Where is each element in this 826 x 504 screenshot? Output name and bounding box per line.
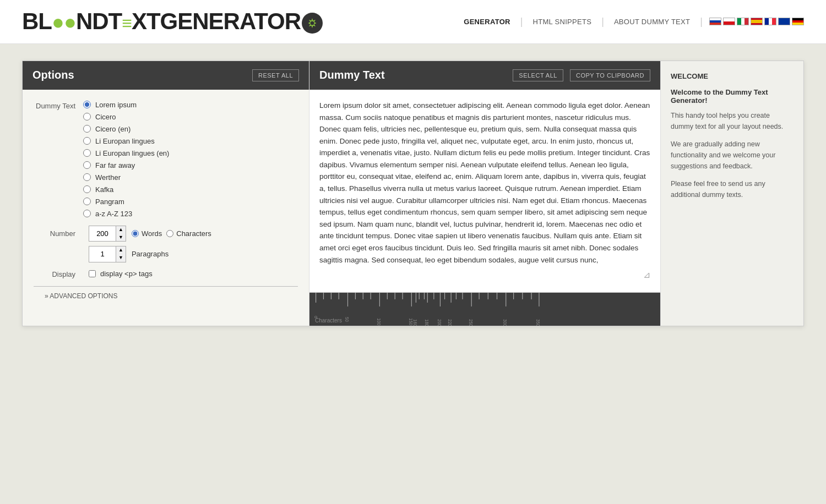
radio-li-europan-input[interactable]: [83, 137, 91, 145]
radio-cicero[interactable]: Cicero: [83, 113, 169, 121]
display-p-tags-label: display <p> tags: [100, 270, 153, 278]
radio-werther-input[interactable]: [83, 173, 91, 181]
logo-bars: ≡: [122, 13, 132, 33]
radio-pangram-label: Pangram: [95, 198, 124, 206]
dummy-text-content[interactable]: Lorem ipsum dolor sit amet, consectetuer…: [309, 90, 660, 293]
flag-czech[interactable]: [723, 18, 735, 25]
radio-words-input[interactable]: [132, 230, 139, 237]
radio-far-far-away[interactable]: Far far away: [83, 161, 169, 169]
radio-li-europan-en[interactable]: Li Europan lingues (en): [83, 149, 169, 157]
dummy-text-label: Dummy Text: [34, 101, 83, 110]
paragraphs-input-wrap: ▲ ▼: [89, 246, 126, 262]
radio-words[interactable]: Words: [132, 229, 162, 238]
words-label: Words: [142, 229, 162, 238]
options-title: Options: [32, 69, 74, 81]
welcome-section-title: WELCOME: [671, 72, 794, 80]
svg-text:250: 250: [468, 319, 474, 326]
ruler-svg: o 50 100 150 160 180 200 220 250 300 350: [309, 293, 660, 326]
radio-li-europan-en-input[interactable]: [83, 149, 91, 157]
display-p-tags-checkbox[interactable]: [89, 270, 96, 277]
nav-html-snippets[interactable]: HTML SNIPPETS: [523, 18, 601, 26]
flag-spanish[interactable]: [751, 18, 763, 25]
reset-all-button[interactable]: RESET ALL: [252, 69, 299, 81]
dummy-text-panel: Dummy Text SELECT ALL COPY TO CLIPBOARD …: [309, 61, 660, 326]
nav-divider-3: |: [700, 16, 703, 28]
radio-characters[interactable]: Characters: [166, 229, 211, 238]
dummy-text-paragraph: Lorem ipsum dolor sit amet, consectetuer…: [319, 100, 650, 266]
display-p-tags[interactable]: display <p> tags: [89, 270, 153, 278]
svg-text:50: 50: [344, 317, 350, 322]
radio-az-123-label: a-z A-Z 123: [95, 210, 132, 218]
number-label: Number: [34, 229, 83, 238]
paragraphs-decrement[interactable]: ▼: [116, 254, 126, 262]
radio-kafka[interactable]: Kafka: [83, 185, 169, 194]
radio-pangram-input[interactable]: [83, 198, 91, 205]
radio-pangram[interactable]: Pangram: [83, 198, 169, 206]
logo-xt: XTGENERATOR: [132, 8, 301, 34]
resize-handle[interactable]: ⊿: [319, 268, 650, 282]
logo-gear-circle: [302, 13, 323, 34]
radio-lorem-ipsum[interactable]: Lorem ipsum: [83, 101, 169, 109]
number-spinner: ▲ ▼: [116, 226, 126, 241]
language-flags: [709, 18, 804, 25]
svg-text:350: 350: [535, 319, 541, 326]
radio-li-europan-en-label: Li Europan lingues (en): [95, 149, 169, 157]
logo-bl: BL: [22, 8, 52, 34]
radio-far-far-away-input[interactable]: [83, 161, 91, 169]
logo-ndt: NDT: [76, 8, 122, 34]
logo: BL●●NDT≡XTGENERATOR: [22, 10, 323, 34]
radio-az-123[interactable]: a-z A-Z 123: [83, 210, 169, 218]
flag-french[interactable]: [764, 18, 776, 25]
main-nav: GENERATOR | HTML SNIPPETS | ABOUT DUMMY …: [454, 16, 804, 28]
characters-label: Characters: [176, 229, 211, 238]
number-increment[interactable]: ▲: [116, 226, 126, 234]
logo-dot-green2: ●: [64, 10, 76, 34]
ruler-characters-label: Characters: [315, 317, 342, 324]
paragraphs-row: ▲ ▼ Paragraphs: [34, 246, 298, 262]
text-type-options: Lorem ipsum Cicero Cicero (en) Li E: [83, 101, 169, 218]
dummy-panel-title: Dummy Text: [319, 69, 506, 81]
radio-characters-input[interactable]: [166, 230, 173, 237]
radio-cicero-en[interactable]: Cicero (en): [83, 125, 169, 133]
display-row: Display display <p> tags: [34, 269, 298, 278]
svg-text:160: 160: [412, 319, 419, 326]
flag-russian[interactable]: [709, 18, 721, 25]
welcome-text-2: We are gradually adding new functionalit…: [671, 139, 794, 172]
radio-cicero-label: Cicero: [95, 113, 116, 121]
paragraphs-increment[interactable]: ▲: [116, 246, 126, 254]
radio-werther[interactable]: Werther: [83, 173, 169, 182]
welcome-text-3: Please feel free to send us any addition…: [671, 178, 794, 200]
number-input-wrap: ▲ ▼: [89, 226, 126, 242]
advanced-options-link[interactable]: » ADVANCED OPTIONS: [34, 292, 298, 306]
radio-kafka-input[interactable]: [83, 185, 91, 193]
radio-li-europan[interactable]: Li Europan lingues: [83, 137, 169, 145]
number-input[interactable]: [89, 228, 116, 239]
flag-german[interactable]: [792, 18, 804, 25]
radio-cicero-en-input[interactable]: [83, 125, 91, 133]
welcome-panel: WELCOME Welcome to the Dummy Text Genera…: [660, 61, 803, 326]
flag-uk[interactable]: [778, 18, 790, 25]
select-all-button[interactable]: SELECT ALL: [513, 69, 563, 81]
welcome-subtitle: Welcome to the Dummy Text Generator!: [671, 88, 794, 105]
options-separator: [34, 286, 298, 287]
svg-text:200: 200: [437, 319, 443, 326]
nav-about[interactable]: ABOUT DUMMY TEXT: [604, 18, 700, 26]
nav-generator[interactable]: GENERATOR: [454, 18, 520, 26]
copy-to-clipboard-button[interactable]: COPY TO CLIPBOARD: [570, 69, 650, 81]
options-panel: Options RESET ALL Dummy Text Lorem ipsum…: [23, 61, 309, 326]
radio-cicero-en-label: Cicero (en): [95, 125, 131, 133]
radio-far-far-away-label: Far far away: [95, 161, 135, 169]
paragraphs-input[interactable]: [89, 248, 116, 260]
svg-text:300: 300: [502, 319, 508, 326]
radio-cicero-input[interactable]: [83, 113, 91, 120]
header: BL●●NDT≡XTGENERATOR GENERATOR | HTML SNI…: [0, 0, 826, 44]
svg-text:180: 180: [423, 319, 430, 326]
radio-lorem-ipsum-input[interactable]: [83, 101, 91, 108]
display-label: Display: [34, 269, 83, 278]
radio-az-123-input[interactable]: [83, 210, 91, 217]
flag-italian[interactable]: [737, 18, 749, 25]
number-decrement[interactable]: ▼: [116, 234, 126, 242]
svg-text:220: 220: [447, 319, 453, 326]
words-characters-options: Words Characters: [132, 229, 211, 238]
svg-text:100: 100: [376, 318, 382, 326]
